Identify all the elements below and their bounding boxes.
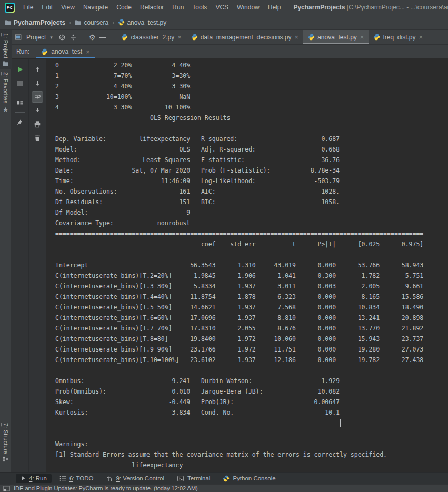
todo-list-icon <box>59 475 66 481</box>
menu-window[interactable]: Window <box>233 4 264 11</box>
python-file-icon <box>191 34 198 41</box>
tool-window-button-version-control[interactable]: 9: Version Control <box>102 474 169 483</box>
tab-claassifier[interactable]: claassifier_2.py × <box>116 30 186 44</box>
run-icon <box>21 476 26 481</box>
stripe-project-rest: : Project <box>3 36 9 58</box>
hide-panel-icon[interactable]: — <box>99 33 106 41</box>
project-panel-header: Project ▾ ⚙ — <box>12 30 110 44</box>
active-tab-underline <box>36 57 95 58</box>
stripe-button-project[interactable]: 1: Project <box>0 30 12 69</box>
tool-window-button-todo[interactable]: 6: TODO <box>55 474 98 483</box>
tool-window-button-run[interactable]: 4: Run <box>16 474 52 483</box>
run-panel-header: Run: anova_test × <box>12 45 448 59</box>
menu-view-mnemonic: V <box>61 4 65 11</box>
tool-window-stripe-left: 1: Project 2: Favorites ★ 7: Structure <box>0 30 12 472</box>
menu-code-mnemonic: C <box>116 4 121 11</box>
tab-freq-dist[interactable]: freq_dist.py × <box>369 30 427 44</box>
stripe-favorites-rest: : Favorites <box>3 76 9 104</box>
menu-edit-rest: dit <box>46 4 53 11</box>
menu-run-label: R <box>172 4 177 11</box>
menu-run[interactable]: Run <box>168 4 188 11</box>
project-selector[interactable]: Project <box>26 34 46 41</box>
print-button[interactable] <box>32 118 43 130</box>
menu-help-rest: elp <box>272 4 281 11</box>
window-title-path: [C:\PycharmProjec... - ...\coursera\anov… <box>345 4 448 11</box>
pin-tab-button[interactable] <box>14 116 26 128</box>
stripe-structure-rest: : Structure <box>3 426 9 454</box>
stop-icon <box>17 80 23 86</box>
toolbar-separator <box>83 33 83 42</box>
run-toolbar-left <box>12 59 29 472</box>
stripe-button-favorites[interactable]: 2: Favorites ★ <box>0 69 12 116</box>
run-tab-anova-test[interactable]: anova_test × <box>36 45 95 58</box>
run-console-output[interactable]: 0 2=20% 4=40% 1 7=70% 3=30% 2 4=40% 3=30… <box>46 59 448 472</box>
menu-window-rest: indow <box>243 4 259 11</box>
close-icon[interactable]: × <box>86 48 90 55</box>
status-message[interactable]: IDE and Plugin Updates: PyCharm is ready… <box>14 485 198 491</box>
menu-view[interactable]: View <box>57 4 79 11</box>
menu-file-rest: ile <box>27 4 33 11</box>
menu-help[interactable]: Help <box>264 4 285 11</box>
tab-data-management[interactable]: data_management_decisions.py × <box>186 30 303 44</box>
close-icon[interactable]: × <box>295 34 299 41</box>
tab-freq-dist-label: freq_dist.py <box>383 34 415 41</box>
soft-wrap-button[interactable] <box>32 91 43 103</box>
rerun-button[interactable] <box>14 64 26 75</box>
gear-icon[interactable]: ⚙ <box>89 33 96 42</box>
menu-navigate[interactable]: Navigate <box>79 4 112 11</box>
menu-run-rest: n <box>181 4 184 11</box>
tool-window-button-terminal[interactable]: Terminal <box>172 474 215 483</box>
window-title-project: PycharmProjects <box>293 4 345 11</box>
tab-data-management-label: data_management_decisions.py <box>201 34 292 41</box>
stop-button[interactable] <box>14 77 26 89</box>
folder-icon <box>2 61 9 66</box>
pycharm-window: PC File Edit View Navigate Code Refactor… <box>0 0 448 492</box>
down-stack-trace-button[interactable] <box>32 77 43 89</box>
soft-wrap-icon <box>34 93 42 101</box>
menu-edit[interactable]: Edit <box>37 4 57 11</box>
version-control-button-label: 9: Version Control <box>116 475 164 481</box>
menu-navigate-mnemonic: N <box>83 4 88 11</box>
scroll-to-end-icon <box>34 107 41 114</box>
close-icon[interactable]: × <box>360 34 364 41</box>
pin-icon <box>16 118 24 126</box>
tab-claassifier-label: claassifier_2.py <box>131 34 174 41</box>
printer-icon <box>34 121 41 128</box>
menu-refactor[interactable]: Refactor <box>136 4 168 11</box>
menu-tools[interactable]: Tools <box>188 4 211 11</box>
menu-file[interactable]: File <box>19 4 37 11</box>
close-icon[interactable]: × <box>177 34 182 41</box>
scroll-to-end-button[interactable] <box>32 105 43 116</box>
todo-button-rest: : TODO <box>73 475 93 481</box>
python-icon <box>223 475 230 482</box>
menu-refactor-mnemonic: R <box>140 4 145 11</box>
tool-window-button-python-console[interactable]: Python Console <box>218 474 280 483</box>
chevron-down-icon[interactable]: ▾ <box>50 35 53 40</box>
menu-vcs[interactable]: VCS <box>211 4 233 11</box>
restore-layout-button[interactable] <box>14 97 26 108</box>
tab-anova-test[interactable]: anova_test.py × <box>303 30 369 44</box>
todo-button-label: 6: TODO <box>69 475 94 481</box>
stripe-project-label: 1: Project <box>3 33 9 58</box>
breadcrumb-coursera[interactable]: coursera <box>84 19 108 26</box>
folder-icon <box>75 19 82 25</box>
menu-code[interactable]: Code <box>112 4 136 11</box>
terminal-icon <box>177 475 184 482</box>
arrow-up-icon <box>34 66 41 73</box>
tab-anova-test-label: anova_test.py <box>317 34 357 41</box>
toolbar-separator <box>15 112 25 113</box>
clear-console-button[interactable] <box>32 132 43 144</box>
menu-run-mnemonic: u <box>177 4 181 11</box>
tool-window-toggle-icon[interactable] <box>3 486 10 491</box>
breadcrumb-file[interactable]: anova_test.py <box>127 19 166 26</box>
breadcrumb: PycharmProjects › coursera › anova_test.… <box>0 15 448 30</box>
editor-tab-bar: Project ▾ ⚙ — claassifier_2.py × <box>12 30 448 45</box>
collapse-all-icon[interactable] <box>69 34 77 41</box>
locate-file-icon[interactable] <box>58 34 66 41</box>
window-title: PycharmProjects [C:\PycharmProjec... - .… <box>293 4 448 11</box>
breadcrumb-project[interactable]: PycharmProjects <box>14 19 65 26</box>
close-icon[interactable]: × <box>419 34 423 41</box>
stripe-button-structure[interactable]: 7: Structure <box>0 420 12 465</box>
up-stack-trace-button[interactable] <box>32 64 43 75</box>
pycharm-logo-text: PC <box>6 4 14 12</box>
